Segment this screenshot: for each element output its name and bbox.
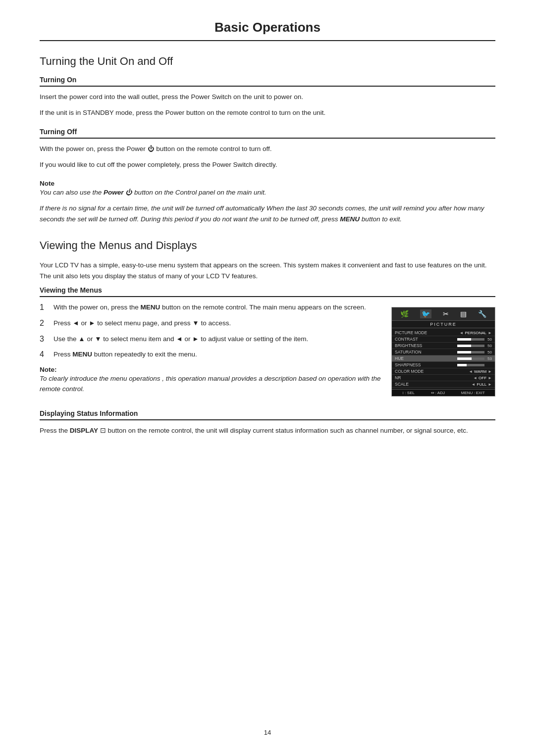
section2-title: Viewing the Menus and Displays: [40, 239, 495, 252]
step-num-4: 4: [40, 348, 50, 361]
section-viewing-menus: Viewing the Menus and Displays Your LCD …: [40, 239, 495, 436]
viewing-menus-block: Viewing the Menus 1 With the power on, p…: [40, 286, 495, 400]
footer-exit-label: : EXIT: [474, 391, 484, 395]
steps-column: 1 With the power on, press the MENU butt…: [40, 302, 381, 400]
footer-sel-icon: ↕: [402, 391, 404, 395]
turning-on-body1: Insert the power cord into the wall outl…: [40, 92, 495, 102]
step-3: 3 Use the ▲ or ▼ to select menu item and…: [40, 334, 381, 346]
divider-display-status: [40, 419, 495, 420]
section2-intro: Your LCD TV has a simple, easy-to-use me…: [40, 260, 495, 281]
menu-row-nr: NR ◄ OFF ►: [392, 375, 495, 381]
display-status-block: Displaying Status Information Press the …: [40, 409, 495, 436]
turning-off-label: Turning Off: [40, 128, 495, 136]
menu-row-contrast: CONTRAST 50: [392, 336, 495, 343]
menu-label-picture-mode: PICTURE MODE: [395, 330, 427, 335]
step-text-4: Press MENU button repeatedly to exit the…: [54, 349, 381, 360]
footer-exit: MENU : EXIT: [461, 391, 485, 395]
menu-icon-row: 🌿 🐦 ✂ ▤ 🔧: [392, 307, 495, 321]
icon-wrench: 🔧: [478, 310, 486, 318]
bar-brightness: [457, 345, 484, 347]
page-container: Basic Operations Turning the Unit On and…: [0, 0, 535, 756]
turning-on-body2: If the unit is in STANDBY mode, press th…: [40, 107, 495, 118]
turning-off-body1: With the power on, press the Power ⏻ but…: [40, 144, 495, 154]
bar-contrast: [457, 338, 484, 341]
divider-turning-off: [40, 138, 495, 139]
menu-screenshot: 🌿 🐦 ✂ ▤ 🔧 PICTURE PICTURE MODE ◄ PERSONA…: [391, 307, 495, 397]
icon-list: ▤: [460, 310, 467, 318]
step-num-1: 1: [40, 301, 50, 314]
note-label-2: Note:: [40, 366, 381, 373]
bar-saturation: [457, 351, 484, 353]
divider-viewing-menus: [40, 296, 495, 297]
step-1: 1 With the power on, press the MENU butt…: [40, 302, 381, 314]
page-number: 14: [0, 729, 535, 736]
step-text-3: Use the ▲ or ▼ to select menu item and ◄…: [54, 334, 381, 345]
section1-title: Turning the Unit On and Off: [40, 55, 495, 68]
note-block-2: Note: To clearly introduce the menu oper…: [40, 366, 381, 395]
footer-adj: ⇔ : ADJ: [431, 391, 445, 395]
menu-footer: ↕ : SEL ⇔ : ADJ MENU : EXIT: [392, 389, 495, 396]
footer-menu-icon: MENU: [461, 391, 473, 395]
footer-adj-label: : ADJ: [435, 391, 445, 395]
menu-row-sharpness: SHARPNESS: [392, 362, 495, 368]
menu-picture-label: PICTURE: [392, 321, 495, 328]
steps-list: 1 With the power on, press the MENU butt…: [40, 302, 381, 360]
note-text-1a: You can also use the Power ⏻ button on t…: [40, 187, 495, 198]
icon-active: 🐦: [420, 309, 431, 318]
turning-on-label: Turning On: [40, 76, 495, 84]
step-4: 4 Press MENU button repeatedly to exit t…: [40, 349, 381, 361]
note-text-2: To clearly introduce the menu operations…: [40, 373, 381, 395]
step-text-1: With the power on, press the MENU button…: [54, 302, 381, 313]
viewing-menus-label: Viewing the Menus: [40, 286, 495, 294]
menu-row-picture-mode: PICTURE MODE ◄ PERSONAL ►: [392, 330, 495, 336]
step-num-2: 2: [40, 317, 50, 330]
turning-on-block: Turning On Insert the power cord into th…: [40, 76, 495, 118]
page-title: Basic Operations: [40, 20, 495, 41]
menu-row-scale: SCALE ◄ FULL ►: [392, 381, 495, 388]
divider-turning-on: [40, 86, 495, 87]
section-turning-on-off: Turning the Unit On and Off Turning On I…: [40, 55, 495, 224]
menu-row-saturation: SATURATION 50: [392, 349, 495, 355]
step-num-3: 3: [40, 333, 50, 346]
note-text-1b: If there is no signal for a certain time…: [40, 203, 495, 224]
note-block-1: Note You can also use the Power ⏻ button…: [40, 180, 495, 224]
steps-image-container: 1 With the power on, press the MENU butt…: [40, 302, 495, 400]
step-text-2: Press ◄ or ► to select menu page, and pr…: [54, 318, 381, 329]
turning-off-block: Turning Off With the power on, press the…: [40, 128, 495, 170]
turning-off-body2: If you would like to cut off the power c…: [40, 159, 495, 170]
footer-adj-icon: ⇔: [431, 391, 434, 395]
note-label-1: Note: [40, 180, 495, 187]
footer-sel-label: : SEL: [405, 391, 415, 395]
icon-picture: 🌿: [400, 310, 409, 318]
footer-sel: ↕ : SEL: [402, 391, 415, 395]
menu-row-hue: HUE 53: [392, 355, 495, 362]
bar-hue: [457, 357, 484, 360]
display-status-label: Displaying Status Information: [40, 409, 495, 417]
bar-sharpness: [457, 364, 484, 366]
menu-value-picture-mode: ◄ PERSONAL ►: [460, 331, 492, 335]
icon-scissors: ✂: [443, 310, 449, 318]
step-2: 2 Press ◄ or ► to select menu page, and …: [40, 318, 381, 330]
menu-row-brightness: BRIGHTNESS 50: [392, 343, 495, 349]
menu-rows-container: PICTURE MODE ◄ PERSONAL ► CONTRAST: [392, 328, 495, 389]
menu-row-color-mode: COLOR MODE ◄ WARM ►: [392, 368, 495, 375]
display-status-body: Press the DISPLAY ⊡ button on the remote…: [40, 425, 495, 436]
